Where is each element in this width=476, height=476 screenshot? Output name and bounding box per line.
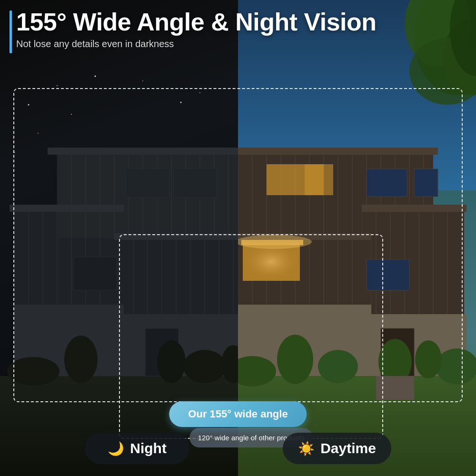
- day-label-text: Daytime: [320, 440, 376, 456]
- header: 155° Wide Angle & Night Vision Not lose …: [10, 9, 377, 50]
- subtitle: Not lose any details even in darkness: [10, 39, 377, 50]
- moon-icon: 🌙: [108, 441, 124, 456]
- svg-point-2: [95, 76, 96, 77]
- outer-dashed-border: 120° wide angle of other products Our 15…: [13, 88, 463, 402]
- svg-point-8: [142, 80, 143, 81]
- night-label-text: Night: [130, 440, 167, 456]
- svg-point-1: [57, 85, 58, 86]
- night-mode-badge: 🌙 Night: [85, 433, 189, 464]
- outer-angle-label: Our 155° wide angle: [169, 401, 307, 427]
- main-title: 155° Wide Angle & Night Vision: [10, 9, 377, 36]
- bottom-labels-container: 🌙 Night ☀️ Daytime: [0, 433, 476, 464]
- day-mode-badge: ☀️ Daytime: [283, 433, 391, 464]
- main-container: 155° Wide Angle & Night Vision Not lose …: [0, 0, 476, 476]
- sun-icon: ☀️: [298, 441, 315, 456]
- accent-bar: [10, 10, 12, 53]
